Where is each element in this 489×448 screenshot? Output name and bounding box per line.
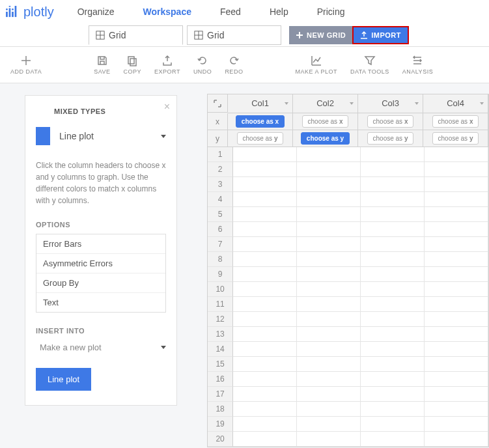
grid-cell[interactable] [233,312,297,327]
grid-cell[interactable] [361,282,425,297]
grid-cell[interactable] [361,192,425,207]
grid-cell[interactable] [425,387,488,402]
row-header[interactable]: 20 [208,432,233,447]
undo-tool[interactable]: UNDO [193,55,212,75]
grid-cell[interactable] [233,192,297,207]
grid-cell[interactable] [361,417,425,432]
copy-tool[interactable]: COPY [124,55,142,75]
grid-cell[interactable] [425,327,488,342]
row-header[interactable]: 5 [208,207,233,222]
grid-cell[interactable] [361,327,425,342]
grid-cell[interactable] [297,432,361,447]
grid-cell[interactable] [297,282,361,297]
row-header[interactable]: 15 [208,357,233,372]
row-header[interactable]: 4 [208,192,233,207]
grid-cell[interactable] [297,222,361,237]
grid-cell[interactable] [361,402,425,417]
grid-cell[interactable] [297,207,361,222]
import-button[interactable]: IMPORT [352,26,409,44]
grid-cell[interactable] [233,207,297,222]
grid-cell[interactable] [425,162,488,177]
grid-cell[interactable] [297,372,361,387]
grid-cell[interactable] [233,402,297,417]
column-header[interactable]: Col2 [293,94,358,113]
grid-cell[interactable] [425,222,488,237]
grid-cell[interactable] [233,432,297,447]
grid-cell[interactable] [233,297,297,312]
grid-cell[interactable] [425,147,488,162]
grid-corner[interactable] [208,94,228,113]
data-tools-tool[interactable]: DATA TOOLS [350,55,389,75]
row-header[interactable]: 12 [208,312,233,327]
grid-cell[interactable] [233,267,297,282]
choose-y-pill[interactable]: choose as y [432,132,479,145]
column-header[interactable]: Col3 [358,94,423,113]
insert-into-select[interactable]: Make a new plot [36,340,166,355]
grid-cell[interactable] [233,372,297,387]
row-header[interactable]: 1 [208,147,233,162]
nav-workspace[interactable]: Workspace [143,7,191,17]
grid-cell[interactable] [361,387,425,402]
choose-x-pill[interactable]: choose as x [432,115,479,128]
grid-cell[interactable] [297,177,361,192]
grid-cell[interactable] [425,207,488,222]
choose-y-pill[interactable]: choose as y [367,132,414,145]
grid-cell[interactable] [425,357,488,372]
grid-cell[interactable] [425,177,488,192]
grid-cell[interactable] [361,252,425,267]
row-header[interactable]: 7 [208,237,233,252]
grid-cell[interactable] [361,297,425,312]
logo[interactable]: plotly [5,5,54,20]
close-icon[interactable]: × [164,101,170,113]
grid-cell[interactable] [297,147,361,162]
row-header[interactable]: 3 [208,177,233,192]
row-header[interactable]: 6 [208,222,233,237]
line-plot-button[interactable]: Line plot [36,368,91,391]
grid-cell[interactable] [297,297,361,312]
grid-cell[interactable] [361,162,425,177]
grid-cell[interactable] [297,162,361,177]
grid-cell[interactable] [361,312,425,327]
nav-organize[interactable]: Organize [77,7,115,17]
grid-cell[interactable] [233,222,297,237]
nav-feed[interactable]: Feed [220,7,241,17]
option-asymmetric-errors[interactable]: Asymmetric Errors [36,254,165,273]
grid-cell[interactable] [233,327,297,342]
grid-cell[interactable] [233,147,297,162]
row-header[interactable]: 19 [208,417,233,432]
grid-cell[interactable] [425,372,488,387]
choose-x-pill[interactable]: choose as x [367,115,414,128]
grid-cell[interactable] [425,432,488,447]
column-header[interactable]: Col4 [423,94,488,113]
grid-cell[interactable] [297,312,361,327]
grid-cell[interactable] [297,342,361,357]
export-tool[interactable]: EXPORT [154,55,180,75]
tab-grid-2[interactable]: Grid [187,25,281,45]
choose-x-pill[interactable]: choose as x [236,115,285,128]
grid-cell[interactable] [425,192,488,207]
make-plot-tool[interactable]: MAKE A PLOT [295,55,337,75]
row-header[interactable]: 18 [208,402,233,417]
grid-cell[interactable] [425,297,488,312]
grid-cell[interactable] [297,327,361,342]
grid-cell[interactable] [233,177,297,192]
choose-y-pill[interactable]: choose as y [237,132,284,145]
row-header[interactable]: 14 [208,342,233,357]
choose-y-pill[interactable]: choose as y [301,132,350,145]
grid-cell[interactable] [361,357,425,372]
grid-cell[interactable] [233,252,297,267]
grid-cell[interactable] [297,417,361,432]
grid-cell[interactable] [425,252,488,267]
grid-cell[interactable] [233,237,297,252]
tab-grid-1[interactable]: Grid [89,25,183,45]
new-grid-button[interactable]: NEW GRID [289,26,352,44]
grid-cell[interactable] [361,267,425,282]
row-header[interactable]: 11 [208,297,233,312]
grid-cell[interactable] [361,237,425,252]
redo-tool[interactable]: REDO [225,55,243,75]
column-header[interactable]: Col1 [228,94,293,113]
grid-cell[interactable] [361,147,425,162]
grid-cell[interactable] [233,282,297,297]
grid-cell[interactable] [361,342,425,357]
grid-cell[interactable] [361,432,425,447]
